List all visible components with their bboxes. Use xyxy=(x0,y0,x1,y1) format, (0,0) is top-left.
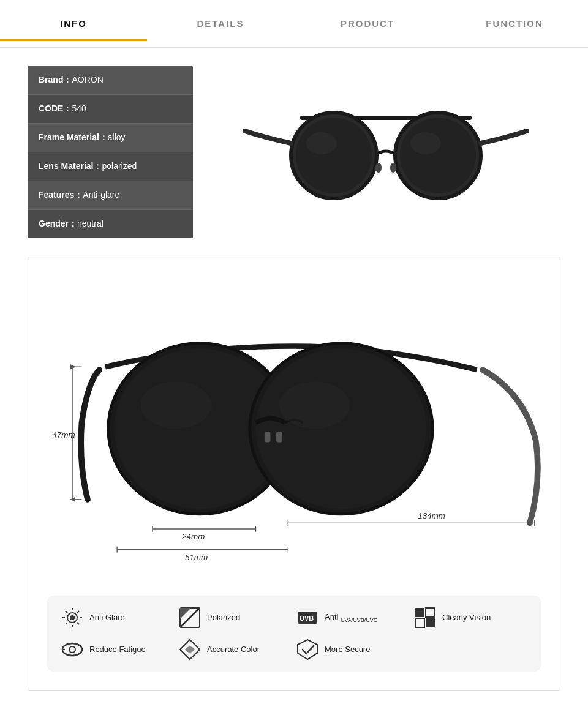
info-value-1: 540 xyxy=(72,103,86,113)
info-table: Brand：AORONCODE：540Frame Material：alloyL… xyxy=(28,66,193,238)
info-row-5: Gender：neutral xyxy=(28,210,193,238)
info-label-1: CODE： xyxy=(39,103,72,113)
info-row-0: Brand：AORON xyxy=(28,66,193,95)
more-secure-icon xyxy=(296,638,318,661)
anti-glare-icon xyxy=(61,607,83,629)
svg-text:134mm: 134mm xyxy=(418,511,445,520)
svg-line-57 xyxy=(303,650,306,654)
svg-point-16 xyxy=(279,381,350,429)
reduce-fatigue-label: Reduce Fatigue xyxy=(89,645,146,654)
sunglasses-top-image xyxy=(227,82,545,223)
feature-clearly-vision: Clearly Vision xyxy=(414,607,527,629)
svg-point-52 xyxy=(62,643,82,656)
svg-point-12 xyxy=(255,348,426,509)
svg-point-5 xyxy=(375,163,382,173)
info-label-4: Features： xyxy=(39,190,83,200)
svg-rect-14 xyxy=(276,432,282,442)
svg-line-38 xyxy=(66,611,67,613)
info-value-5: neutral xyxy=(77,219,104,228)
info-row-1: CODE：540 xyxy=(28,95,193,124)
svg-point-2 xyxy=(296,118,372,193)
svg-text:47mm: 47mm xyxy=(52,430,75,440)
accurate-color-icon xyxy=(179,638,201,661)
info-section: Brand：AORONCODE：540Frame Material：alloyL… xyxy=(0,48,588,250)
polarized-label: Polarized xyxy=(207,613,240,622)
svg-line-40 xyxy=(77,611,79,613)
clearly-vision-label: Clearly Vision xyxy=(442,613,491,622)
svg-line-39 xyxy=(77,623,79,624)
anti-glare-label: Anti Glare xyxy=(89,613,125,622)
nav-item-function[interactable]: FUNCTION xyxy=(441,6,588,41)
svg-rect-13 xyxy=(265,432,271,442)
feature-anti-glare: Anti Glare xyxy=(61,607,174,629)
feature-more-secure: More Secure xyxy=(296,638,409,661)
svg-point-53 xyxy=(69,646,75,653)
polarized-icon xyxy=(179,607,201,629)
accurate-color-label: Accurate Color xyxy=(207,645,260,654)
svg-text:24mm: 24mm xyxy=(181,532,205,541)
info-label-3: Lens Material： xyxy=(39,161,102,171)
dimension-section: 47mm 24mm 51mm 134mm xyxy=(28,257,560,691)
more-secure-label: More Secure xyxy=(325,645,370,654)
svg-text:51mm: 51mm xyxy=(185,553,208,562)
svg-rect-50 xyxy=(415,618,424,627)
uv-sub: UVA/UVB/UVC xyxy=(341,616,377,623)
svg-point-4 xyxy=(400,118,476,193)
info-value-3: polarized xyxy=(102,161,137,171)
uvb-icon: UVB xyxy=(296,607,318,629)
reduce-fatigue-icon xyxy=(61,638,83,661)
svg-point-7 xyxy=(306,132,337,154)
info-label-0: Brand： xyxy=(39,75,72,84)
info-label-5: Gender： xyxy=(39,219,77,228)
anti-uv-label: Anti UVA/UVB/UVC xyxy=(325,612,377,623)
feature-reduce-fatigue: Reduce Fatigue xyxy=(61,638,174,661)
sunglasses-dimension-image: 47mm 24mm 51mm 134mm xyxy=(40,275,548,582)
info-row-3: Lens Material：polarized xyxy=(28,152,193,181)
features-strip: Anti Glare Polarized UVB xyxy=(47,596,541,672)
svg-rect-49 xyxy=(426,608,435,617)
svg-marker-56 xyxy=(298,640,317,659)
info-value-2: alloy xyxy=(108,132,126,142)
feature-anti-uv: UVB Anti UVA/UVB/UVC xyxy=(296,607,409,629)
feature-polarized: Polarized xyxy=(179,607,292,629)
clearly-vision-icon xyxy=(414,607,436,629)
svg-point-6 xyxy=(390,163,396,173)
svg-point-15 xyxy=(141,381,212,429)
svg-point-42 xyxy=(70,615,75,620)
nav-item-product[interactable]: PRODUCT xyxy=(294,6,441,41)
feature-accurate-color: Accurate Color xyxy=(179,638,292,661)
dimension-inner: 47mm 24mm 51mm 134mm xyxy=(40,275,548,672)
info-value-0: AORON xyxy=(72,75,103,84)
nav-bar: INFO DETAILS PRODUCT FUNCTION xyxy=(0,0,588,48)
info-row-2: Frame Material：alloy xyxy=(28,124,193,152)
nav-item-details[interactable]: DETAILS xyxy=(147,6,294,41)
info-row-4: Features：Anti-glare xyxy=(28,181,193,210)
svg-line-41 xyxy=(66,623,67,624)
product-image-top xyxy=(211,66,560,238)
nav-item-info[interactable]: INFO xyxy=(0,6,147,41)
info-label-2: Frame Material： xyxy=(39,132,108,142)
info-value-4: Anti-glare xyxy=(83,190,119,200)
svg-line-58 xyxy=(306,646,314,654)
svg-rect-48 xyxy=(415,608,424,617)
svg-rect-51 xyxy=(426,618,435,627)
svg-point-8 xyxy=(410,132,441,154)
svg-text:UVB: UVB xyxy=(300,615,314,622)
